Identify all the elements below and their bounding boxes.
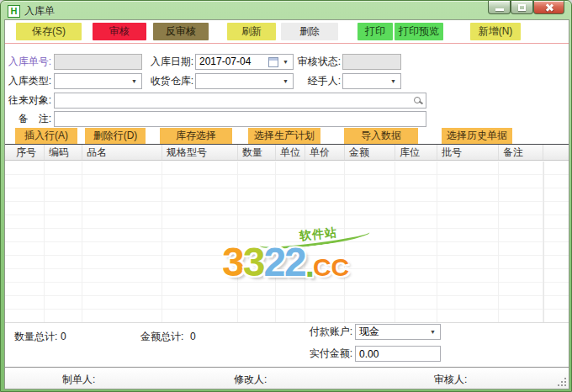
delete-button[interactable]: 删除 [281, 23, 338, 40]
grid-column-line [162, 162, 238, 322]
paid-amount-label: 实付金额: [302, 346, 352, 362]
chevron-down-icon: ▼ [388, 74, 399, 88]
unaudit-button[interactable]: 反审核 [153, 23, 209, 40]
column-header-price[interactable]: 单价 [305, 145, 345, 160]
grid-body[interactable] [5, 162, 569, 323]
calendar-icon[interactable] [268, 57, 278, 67]
minimize-icon [495, 8, 504, 11]
payment-account-select[interactable]: 现金 ▼ [355, 324, 441, 340]
grid-column-line [499, 162, 543, 322]
column-header-location[interactable]: 库位 [395, 145, 437, 160]
column-header-remark[interactable]: 备注 [499, 145, 543, 160]
search-icon[interactable] [414, 97, 421, 103]
remark-input[interactable] [54, 111, 426, 127]
amount-total-label: 金额总计: [140, 330, 183, 343]
maximize-button[interactable] [511, 1, 533, 14]
column-header-name[interactable]: 品名 [82, 145, 162, 160]
insert-row-button[interactable]: 插入行(A) [15, 128, 77, 144]
close-icon [545, 3, 553, 12]
payment-account-value: 现金 [359, 326, 379, 337]
new-button[interactable]: 新增(N) [470, 23, 521, 40]
column-header-batch[interactable]: 批号 [437, 145, 499, 160]
app-icon: H [8, 5, 20, 18]
modifier-label: 修改人: [234, 373, 267, 387]
order-no-input [54, 54, 142, 70]
audit-status-label: 审核状态: [297, 54, 341, 70]
payment-account-label: 付款账户: [302, 324, 352, 340]
chevron-down-icon: ▼ [129, 74, 140, 88]
grid-column-line [437, 162, 499, 322]
warehouse-select[interactable]: ▼ [195, 73, 294, 89]
stock-select-button[interactable]: 库存选择 [160, 128, 232, 144]
chevron-down-icon[interactable]: ▼ [280, 55, 291, 69]
order-date-value: 2017-07-04 [199, 56, 251, 67]
close-button[interactable] [533, 1, 564, 14]
creator-label: 制单人: [62, 373, 95, 387]
delete-row-button[interactable]: 删除行(D) [85, 128, 146, 144]
chevron-down-icon: ▼ [427, 325, 438, 339]
grid-column-line [345, 162, 395, 322]
maximize-icon [518, 4, 526, 11]
grid-column-line [305, 162, 345, 322]
column-header-strip [543, 145, 569, 160]
production-plan-button[interactable]: 选择生产计划 [248, 128, 320, 144]
type-label: 入库类型: [5, 73, 51, 89]
window: H 入库单 保存(S) 审核 反审核 刷新 删除 打印 打印预览 新增(N) 入… [0, 0, 572, 392]
type-select[interactable]: ▼ [54, 73, 142, 89]
column-header-spec[interactable]: 规格型号 [162, 145, 238, 160]
client-area: 保存(S) 审核 反审核 刷新 删除 打印 打印预览 新增(N) 入库单号: 入… [4, 19, 569, 389]
column-header-amount[interactable]: 金额 [345, 145, 395, 160]
counterparty-input[interactable] [54, 93, 426, 109]
statusbar: 制单人: 修改人: 审核人: [5, 367, 569, 389]
order-date-picker[interactable]: 2017-07-04 ▼ [195, 54, 294, 70]
import-data-button[interactable]: 导入数据 [344, 128, 418, 144]
grid-column-line [45, 162, 82, 322]
order-date-label: 入库日期: [148, 54, 193, 70]
grid-column-line [395, 162, 437, 322]
column-header-unit[interactable]: 单位 [276, 145, 305, 160]
print-preview-button[interactable]: 打印预览 [395, 23, 443, 40]
resize-grip[interactable] [558, 378, 566, 386]
audit-status-input [342, 54, 401, 70]
grid-column-line [238, 162, 276, 322]
minimize-button[interactable] [488, 1, 511, 14]
chevron-down-icon: ▼ [280, 74, 291, 88]
audit-button[interactable]: 审核 [93, 23, 146, 40]
toolbar-separator [5, 43, 569, 44]
grid-column-line [82, 162, 162, 322]
grid-header: 序号 编码 品名 规格型号 数量 单位 单价 金额 库位 批号 备注 [5, 144, 569, 161]
grid-column-line [276, 162, 305, 322]
remark-label: 备 注: [5, 111, 51, 127]
grid-column-line [5, 162, 45, 322]
window-title: 入库单 [24, 4, 55, 19]
paid-amount-input[interactable] [355, 346, 441, 362]
handler-label: 经手人: [297, 73, 341, 89]
history-select-button[interactable]: 选择历史单据 [442, 128, 512, 144]
auditor-label: 审核人: [434, 373, 467, 387]
qty-total-value: 0 [61, 330, 66, 343]
scrollbar-strip [543, 162, 569, 322]
refresh-button[interactable]: 刷新 [227, 23, 276, 40]
column-header-qty[interactable]: 数量 [238, 145, 276, 160]
amount-total-value: 0 [190, 330, 196, 343]
warehouse-label: 收货仓库: [148, 73, 193, 89]
counterparty-label: 往来对象: [5, 93, 51, 109]
qty-total-label: 数量总计: [14, 330, 57, 343]
column-header-code[interactable]: 编码 [45, 145, 82, 160]
save-button[interactable]: 保存(S) [16, 23, 82, 40]
column-header-seq[interactable]: 序号 [5, 145, 45, 160]
handler-select[interactable]: ▼ [342, 73, 401, 89]
order-no-label: 入库单号: [5, 54, 51, 70]
window-titlebar: H 入库单 [1, 1, 571, 19]
print-button[interactable]: 打印 [358, 23, 393, 40]
